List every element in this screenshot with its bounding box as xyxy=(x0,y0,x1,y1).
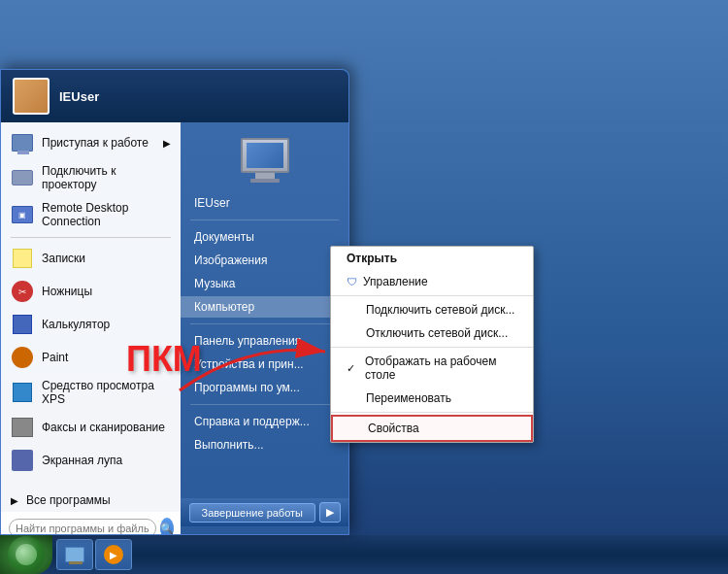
menu-item-magnify[interactable]: Экранная лупа xyxy=(1,444,181,477)
monitor-display xyxy=(241,138,289,173)
ctx-show-desktop[interactable]: ✓ Отображать на рабочем столе xyxy=(331,350,533,387)
right-item-run[interactable]: Выполнить... xyxy=(181,434,348,456)
start-menu: IEUser Приступая к работе ▶ xyxy=(0,69,349,535)
all-programs-item[interactable]: ▶ Все программы xyxy=(1,489,181,512)
right-item-programs[interactable]: Программы по ум... xyxy=(181,377,348,398)
menu-item-fax[interactable]: Факсы и сканирование xyxy=(1,411,181,444)
ctx-manage[interactable]: 🛡 Управление xyxy=(331,270,533,293)
ctx-divider-2 xyxy=(331,347,533,348)
shutdown-button[interactable]: Завершение работы xyxy=(189,503,315,523)
ctx-disconnect-drive[interactable]: Отключить сетевой диск... xyxy=(331,321,533,345)
menu-divider-1 xyxy=(11,237,171,238)
shield-icon: 🛡 xyxy=(347,276,357,287)
magnify-icon xyxy=(11,449,34,472)
media-player-icon: ▶ xyxy=(104,545,123,564)
taskbar: ▶ xyxy=(0,535,728,574)
get-started-icon xyxy=(11,131,34,154)
taskbar-item-explorer[interactable] xyxy=(56,539,93,570)
desktop: IEUser Приступая к работе ▶ xyxy=(0,0,728,574)
projector-icon xyxy=(11,166,34,189)
notes-icon xyxy=(11,247,34,270)
start-menu-items: Приступая к работе ▶ Подключить к проект… xyxy=(1,122,181,481)
start-menu-content: Приступая к работе ▶ Подключить к проект… xyxy=(1,122,348,534)
start-menu-left: Приступая к работе ▶ Подключить к проект… xyxy=(1,122,181,534)
right-item-computer[interactable]: Компьютер xyxy=(181,296,348,318)
monitor-base xyxy=(250,179,280,183)
user-avatar xyxy=(13,78,50,115)
calc-icon xyxy=(11,313,34,336)
menu-item-projector[interactable]: Подключить к проектору xyxy=(1,159,181,196)
shutdown-area: Завершение работы ▶ xyxy=(181,498,348,526)
rdc-icon: ▣ xyxy=(11,203,34,226)
right-divider-1 xyxy=(190,219,339,220)
start-orb-inner xyxy=(16,544,37,565)
right-divider-2 xyxy=(190,323,339,324)
search-input[interactable] xyxy=(9,519,156,534)
right-item-help[interactable]: Справка и поддерж... xyxy=(181,411,348,432)
taskbar-item-media[interactable]: ▶ xyxy=(95,539,132,570)
right-item-documents[interactable]: Документы xyxy=(181,226,348,248)
menu-item-scissors[interactable]: ✂ Ножницы xyxy=(1,275,181,308)
right-item-devices[interactable]: Устройства и прин... xyxy=(181,354,348,375)
menu-item-get-started[interactable]: Приступая к работе ▶ xyxy=(1,126,181,159)
right-item-music[interactable]: Музыка xyxy=(181,273,348,294)
start-orb[interactable] xyxy=(8,536,45,573)
right-item-user[interactable]: IEUser xyxy=(181,192,348,214)
fax-icon xyxy=(11,416,34,439)
menu-item-paint[interactable]: Paint xyxy=(1,341,181,374)
explorer-icon xyxy=(65,547,84,562)
monitor-screen xyxy=(247,143,283,168)
ctx-open[interactable]: Открыть xyxy=(331,247,533,270)
shutdown-arrow-button[interactable]: ▶ xyxy=(319,502,341,523)
start-menu-header: IEUser xyxy=(1,70,348,122)
ctx-map-drive[interactable]: Подключить сетевой диск... xyxy=(331,298,533,321)
ctx-rename[interactable]: Переименовать xyxy=(331,387,533,410)
scissors-icon: ✂ xyxy=(11,280,34,303)
right-item-control-panel[interactable]: Панель управления xyxy=(181,330,348,352)
xps-icon xyxy=(11,381,34,404)
search-button[interactable]: 🔍 xyxy=(160,518,174,534)
start-search-bar: 🔍 xyxy=(1,512,181,534)
right-item-images[interactable]: Изображения xyxy=(181,250,348,271)
computer-icon-large xyxy=(236,138,294,186)
start-button[interactable] xyxy=(0,535,52,574)
menu-item-xps[interactable]: Средство просмотра XPS xyxy=(1,374,181,411)
menu-item-notes[interactable]: Записки xyxy=(1,242,181,275)
ctx-divider-1 xyxy=(331,295,533,296)
context-menu: Открыть 🛡 Управление Подключить сетевой … xyxy=(330,246,534,443)
paint-icon xyxy=(11,346,34,369)
ctx-properties[interactable]: Свойства xyxy=(331,415,533,442)
menu-item-rdc[interactable]: ▣ Remote Desktop Connection xyxy=(1,196,181,233)
start-menu-right: IEUser Документы Изображения Музыка Комп… xyxy=(181,122,348,534)
user-name: IEUser xyxy=(59,89,99,104)
search-icon: 🔍 xyxy=(160,523,174,535)
taskbar-items: ▶ xyxy=(52,539,728,570)
ctx-divider-3 xyxy=(331,412,533,413)
right-divider-3 xyxy=(190,404,339,405)
menu-item-calc[interactable]: Калькулятор xyxy=(1,308,181,341)
